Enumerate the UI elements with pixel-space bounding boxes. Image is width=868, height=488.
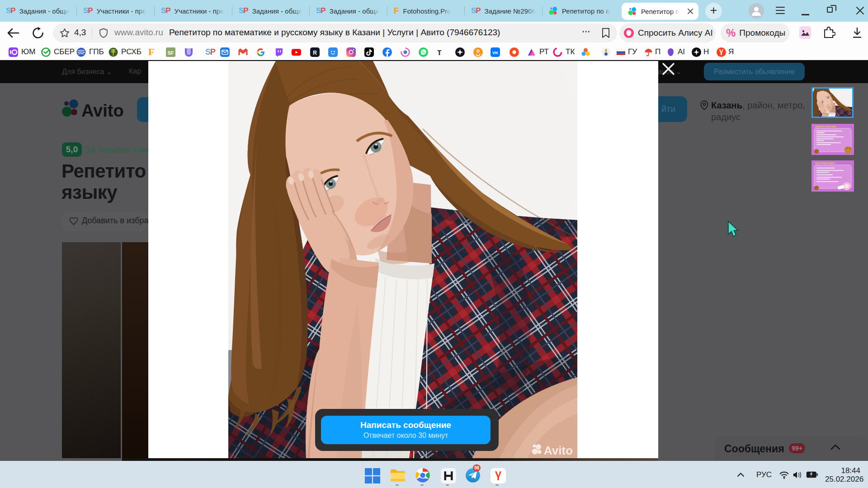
svg-text:R: R bbox=[313, 49, 317, 56]
svg-text:Avito: Avito bbox=[544, 444, 573, 455]
svg-text:SF: SF bbox=[167, 50, 174, 55]
svg-text:Avito: Avito bbox=[81, 101, 124, 120]
svg-text:VK: VK bbox=[492, 50, 498, 55]
